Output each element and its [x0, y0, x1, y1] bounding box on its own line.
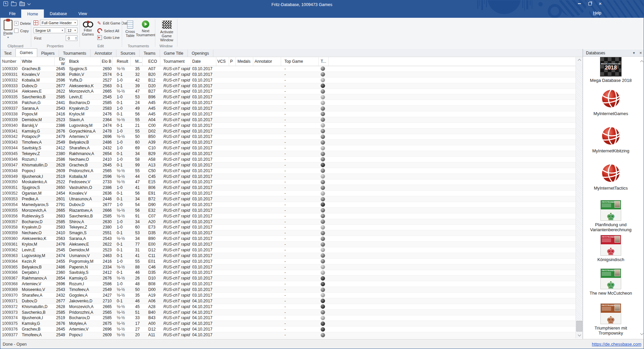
select-all-button[interactable]: Select All: [97, 28, 119, 33]
table-row[interactable]: 1009347Khismatullin,D2628Grachev,B26450-…: [0, 162, 576, 168]
table-row[interactable]: 1009343Timofeev,A2549Belyakov,B24861-060…: [0, 140, 576, 145]
database-item[interactable]: MEGA DATABASE2018Mega Database 2018: [585, 57, 636, 83]
table-row[interactable]: 1009355Morozevich,A2665Riazantsev,A2666½…: [0, 208, 576, 213]
copy-button[interactable]: Copy: [14, 29, 29, 33]
table-row[interactable]: 1009348Popov,I2609Pridorozhni,A2565½-½55…: [0, 168, 576, 174]
column-header-vcs[interactable]: VCS: [216, 57, 229, 66]
filter-games-button[interactable]: Filter Games: [82, 20, 94, 36]
list-tab-annotator[interactable]: Annotator: [91, 50, 116, 57]
database-item[interactable]: MyInternetTactics: [585, 163, 636, 191]
table-row[interactable]: 1009363Lugovskoy,M2474Usmanov,V24630-141…: [0, 253, 576, 259]
table-row[interactable]: 1009337Sarana,A2543Kryakvin,D25831-049A4…: [0, 106, 576, 111]
table-scrollbar[interactable]: [576, 57, 583, 338]
table-row[interactable]: 1009362Levin,E2545Demidov,M25230-131D12R…: [0, 247, 576, 253]
table-row[interactable]: 1009338Popov,M2416Krylov,M24760-156A45RU…: [0, 111, 576, 117]
table-row[interactable]: 1009361Krylov,M2476Alekseev,E26220-177E0…: [0, 242, 576, 247]
table-row[interactable]: 1009360Alekseenko,K2563Sarana,A2543½-½34…: [0, 236, 576, 242]
scroll-up-button[interactable]: [576, 57, 583, 63]
list-tab-tournaments[interactable]: Tournaments: [59, 50, 91, 57]
list-tab-players[interactable]: Players: [37, 50, 59, 57]
table-row[interactable]: 1009332Kobalia,M2596Yuffa,D25271-042B12R…: [0, 78, 576, 83]
activate-game-window-button[interactable]: Activate Game Window: [156, 20, 177, 42]
table-row[interactable]: 1009364Kezin,R2455Pogromsky,M24161-055E0…: [0, 259, 576, 264]
table-row[interactable]: 1009369Moiseenko,V2543Timofeev,A2549½-½5…: [0, 287, 576, 293]
list-tab-games[interactable]: Games: [15, 48, 37, 57]
new-game-icon[interactable]: ✎: [3, 1, 8, 6]
table-row[interactable]: 1009331Kovalev,V2636Potkin,V25740-132B20…: [0, 72, 576, 78]
column-header-annotator[interactable]: Annotator: [253, 57, 281, 66]
minimize-button[interactable]: [574, 0, 585, 7]
column-header-date[interactable]: Date: [191, 57, 216, 66]
table-row[interactable]: 1009375Kamsky,G2676Motylev,A2675½-½17A00…: [0, 321, 576, 327]
table-row[interactable]: 1009377Timofeev,A2549Popov,I2609½-½20A11…: [0, 332, 576, 338]
table-row[interactable]: 1009358Kryakvin,D2583Tekeyev,Z23801-060E…: [0, 225, 576, 231]
database-item[interactable]: MyInternetKibitzing: [585, 126, 636, 153]
column-header-t[interactable]: T...: [319, 57, 329, 66]
column-header-top-game[interactable]: Top Game: [281, 57, 319, 66]
table-row[interactable]: 1009344Savitskiy,S2412Sharafiev,A24321-0…: [0, 145, 576, 151]
table-row[interactable]: 1009342Potapov,P2479Artemiev,V2696½-½50B…: [0, 134, 576, 140]
table-row[interactable]: 1009345Tekeyev,Z2380Rakhmanov,A26540-134…: [0, 151, 576, 157]
delete-button[interactable]: × Delete: [14, 21, 31, 26]
table-row[interactable]: 1009356Rublevsky,S2683Savchenko,B2585½-½…: [0, 213, 576, 219]
column-header-moves[interactable]: M...: [131, 57, 143, 66]
table-row[interactable]: 1009372Khismatullin,D2628Morozevich,A266…: [0, 304, 576, 310]
table-row[interactable]: 1009352Oganian,M2454Kovalev,V26360-156E9…: [0, 191, 576, 196]
table-row[interactable]: 1009333Dubov,D2677Alekseenko,K25630-139D…: [0, 83, 576, 89]
table-row[interactable]: 1009354Mamedyarov,S2791Dubov,D26771-054D…: [0, 202, 576, 208]
scrollbar-thumb[interactable]: [576, 321, 582, 332]
menu-tab-home[interactable]: Home: [21, 9, 44, 18]
table-row[interactable]: 1009335Savchenko,B2585Levin,E25451-053B9…: [0, 94, 576, 100]
table-row[interactable]: 1009357Bocharov,D2585Shirov,A26301-034A2…: [0, 219, 576, 225]
table-row[interactable]: 1009370Sharafiev,A2432Gogolev,A2427½-½35…: [0, 293, 576, 298]
panel-dropdown-icon[interactable]: ▼: [631, 51, 637, 55]
database-item[interactable]: FRITZTRAINER♚The new McCutcheon: [585, 268, 636, 296]
panel-scroll-up-icon[interactable]: [641, 58, 643, 64]
list-tab-sources[interactable]: Sources: [116, 50, 140, 57]
database-item[interactable]: FRITZTRAINER♚Triumphieren mit Trompowsky: [585, 303, 636, 336]
column-header-number[interactable]: Number: [0, 57, 21, 66]
panel-scroll-down-icon[interactable]: [641, 331, 643, 337]
column-header-elo-b[interactable]: Elo B: [101, 57, 113, 66]
table-row[interactable]: 1009365Belyakov,B2486Papenin,N2334½-½88C…: [0, 264, 576, 270]
column-header-tournament[interactable]: Tournament: [160, 57, 191, 66]
next-tournament-button[interactable]: Next Tournament: [137, 20, 154, 37]
list-tab-openings[interactable]: Openings: [188, 50, 213, 57]
table-row[interactable]: 1009339Demidov,M2523Slavin,A2364½-½55A04…: [0, 117, 576, 123]
table-row[interactable]: 1009334Alekseev,E2622Morozevich,A2665½-½…: [0, 89, 576, 95]
list-tab-teams[interactable]: Teams: [140, 50, 160, 57]
restore-button[interactable]: [585, 0, 595, 7]
column-header-eco[interactable]: ECO: [143, 57, 160, 66]
database-item[interactable]: FRITZTRAINER♚Königsindisch: [585, 235, 636, 262]
help-link[interactable]: Help: [593, 11, 601, 15]
table-row[interactable]: 1009341Kamsky,G2676Goryachkina,A24781-05…: [0, 129, 576, 134]
column-header-result[interactable]: Result: [113, 57, 131, 66]
table-row[interactable]: 1009349Iljiushenok,I2519Kobalia,M2596½-½…: [0, 174, 576, 180]
close-button[interactable]: ×: [595, 0, 605, 7]
table-row[interactable]: 1009340Barskij,V2386Lugovskoy,M24740-121…: [0, 123, 576, 129]
column-header-medals[interactable]: Medals: [236, 57, 253, 66]
table-row[interactable]: 1009371Dubov,D2677Jakovenko,D27100-146A0…: [0, 298, 576, 304]
first-spinner[interactable]: 0 ▴▾: [66, 35, 77, 41]
font-size-combo[interactable]: 12▾: [66, 28, 77, 33]
panel-close-icon[interactable]: ×: [637, 50, 644, 55]
table-row[interactable]: 1009374Iljiushenok,I2519Bocharov,D2585½-…: [0, 315, 576, 321]
table-row[interactable]: 1009367Rakhmanov,A2654Kamsky,G2676½-½26D…: [0, 276, 576, 281]
table-row[interactable]: 1009346Rozum,I2586Nechaev,O24101-058A58R…: [0, 157, 576, 162]
table-row[interactable]: 1009336Palchun,G2441Bocharov,D25850-124A…: [0, 100, 576, 106]
table-row[interactable]: 1009366Derjabin,I2360Savitskiy,S24120-14…: [0, 270, 576, 276]
list-tab-text[interactable]: Text: [0, 50, 16, 57]
table-row[interactable]: 1009368Artemiev,V2696Rozum,I25861-048B08…: [0, 281, 576, 287]
column-header-white[interactable]: White: [21, 57, 55, 66]
table-row[interactable]: 1009330Grachev,B2645Sjugirov,S2650½-½35A…: [0, 66, 576, 72]
game-header-combo[interactable]: Full Game Header▾: [40, 20, 77, 26]
chessbase-link[interactable]: https://de.chessbase.com: [592, 342, 641, 347]
cross-table-button[interactable]: Cross Table: [124, 20, 137, 38]
table-row[interactable]: 1009350Moskalenko,A2522Fedoseev,V2733½-½…: [0, 180, 576, 185]
database-item[interactable]: MyInternetGames: [585, 89, 636, 116]
table-row[interactable]: 1009353Predke,A2601Utnasunov,A24460-134B…: [0, 196, 576, 202]
table-row[interactable]: 1009351Sjugirov,S2650Vastrukhin,O23861-0…: [0, 185, 576, 191]
open-folder-icon[interactable]: [11, 2, 16, 6]
menu-tab-database[interactable]: Database: [44, 9, 72, 18]
table-row[interactable]: 1009373Savchenko,B2585Pridorozhni,A2565½…: [0, 310, 576, 315]
